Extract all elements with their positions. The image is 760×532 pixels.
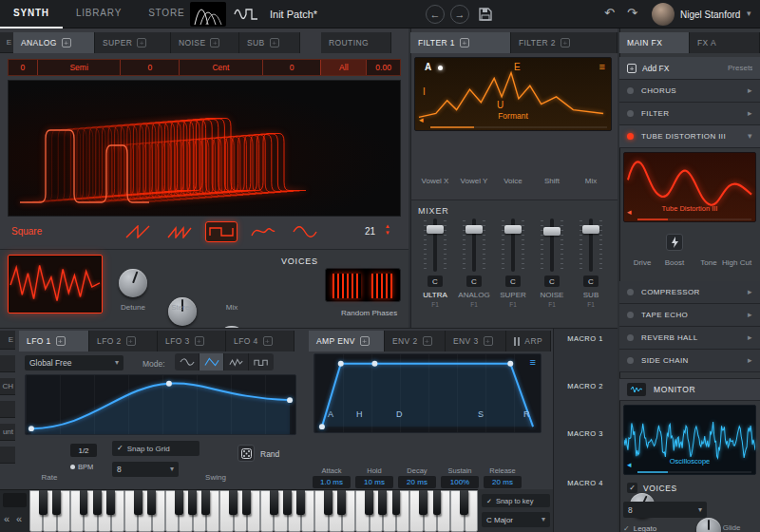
add-icon[interactable] xyxy=(56,336,66,346)
formant-xy-cursor[interactable] xyxy=(438,66,443,70)
tab-osc-super[interactable]: SUPER xyxy=(95,32,171,53)
piano-black-key[interactable] xyxy=(324,490,332,515)
wave-square-button[interactable] xyxy=(205,221,238,242)
patch-name[interactable]: Init Patch* xyxy=(270,9,317,20)
fx-item-compressor[interactable]: COMPRESSOR xyxy=(619,281,760,304)
expand-icon[interactable] xyxy=(748,311,752,319)
piano-black-key[interactable] xyxy=(39,490,48,515)
clipped-edge-tab[interactable]: unt xyxy=(0,424,15,441)
monitor-header[interactable]: MONITOR xyxy=(619,378,760,401)
scroll-left-button[interactable] xyxy=(16,514,22,524)
add-icon[interactable] xyxy=(423,336,432,346)
monitor-prev-icon[interactable] xyxy=(627,461,632,469)
wave-sine-button[interactable] xyxy=(289,221,321,242)
piano-black-key[interactable] xyxy=(229,490,238,515)
fx-item-filter[interactable]: FILTER xyxy=(619,103,760,125)
solo-button[interactable]: C xyxy=(583,276,598,287)
clipped-edge-box[interactable] xyxy=(0,355,15,372)
collapse-icon[interactable] xyxy=(748,132,752,141)
channel-fkey[interactable]: F1 xyxy=(414,301,456,308)
clipped-edge-box[interactable] xyxy=(0,401,15,418)
piano-black-key[interactable] xyxy=(419,490,428,515)
tab-lfo-3[interactable]: LFO 3 xyxy=(158,331,226,352)
fx-power-icon[interactable] xyxy=(627,334,634,341)
vowel-e-label[interactable]: E xyxy=(514,62,521,72)
tab-arp[interactable]: ARP xyxy=(506,331,551,352)
boost-button[interactable] xyxy=(666,234,683,251)
vowel-a-label[interactable]: A xyxy=(425,62,431,72)
monitor-scrollbar[interactable] xyxy=(637,471,751,473)
piano-black-key[interactable] xyxy=(378,490,387,515)
add-icon[interactable] xyxy=(263,336,273,346)
add-icon[interactable] xyxy=(126,336,136,346)
grid-division-dropdown[interactable]: 8 xyxy=(112,462,179,477)
legato-toggle[interactable]: Legato xyxy=(623,524,656,532)
attack-value[interactable]: 1.0 ms xyxy=(313,476,351,488)
clipped-edge-tab[interactable]: CH xyxy=(0,378,15,395)
tube-prev-icon[interactable] xyxy=(627,208,632,217)
expand-icon[interactable] xyxy=(748,356,752,365)
fader-handle[interactable] xyxy=(582,225,599,234)
piano-black-key[interactable] xyxy=(93,490,102,515)
fx-power-icon[interactable] xyxy=(627,87,634,94)
add-icon[interactable] xyxy=(627,64,636,73)
fx-power-icon[interactable] xyxy=(627,312,634,318)
tab-amp-env[interactable]: AMP ENV xyxy=(309,331,385,352)
clipped-edge-tab[interactable]: E xyxy=(0,331,15,350)
fx-item-reverb-hall[interactable]: REVERB HALL xyxy=(619,327,760,350)
scale-dropdown[interactable]: C Major xyxy=(482,512,550,527)
fx-power-icon[interactable] xyxy=(627,357,634,364)
wave-saw-button[interactable] xyxy=(122,221,154,242)
semi-value[interactable]: 0 xyxy=(9,60,37,75)
expand-icon[interactable] xyxy=(748,333,752,342)
next-patch-button[interactable] xyxy=(450,5,469,24)
unison-count[interactable]: 21 xyxy=(365,226,375,237)
cent-value[interactable]: 0 xyxy=(120,60,179,75)
tab-main-fx[interactable]: MAIN FX xyxy=(619,32,690,53)
add-icon[interactable] xyxy=(460,38,469,48)
tab-lfo-1[interactable]: LFO 1 xyxy=(19,331,89,352)
lfo-bpm-toggle[interactable]: BPM xyxy=(70,463,93,471)
fx-item-tube-distortion[interactable]: TUBE DISTORTION III xyxy=(619,125,760,148)
randomize-dice-button[interactable] xyxy=(238,445,255,462)
tab-filter-2[interactable]: FILTER 2 xyxy=(511,32,618,53)
stage-a-label[interactable]: A xyxy=(328,409,333,419)
add-icon[interactable] xyxy=(210,38,219,48)
fader-handle[interactable] xyxy=(543,227,560,236)
add-icon[interactable] xyxy=(560,38,570,48)
lfo-mode-random[interactable] xyxy=(224,353,249,370)
detune-knob[interactable] xyxy=(119,269,147,297)
tab-env-2[interactable]: ENV 2 xyxy=(385,331,446,352)
wavetable-thumbnail[interactable] xyxy=(8,255,103,314)
stage-h-label[interactable]: H xyxy=(356,409,363,419)
tab-store[interactable]: STORE xyxy=(135,0,198,28)
filter-prev-icon[interactable] xyxy=(419,116,424,124)
step-up-icon[interactable] xyxy=(386,222,390,229)
add-icon[interactable] xyxy=(484,336,493,346)
release-value[interactable]: 20 ms xyxy=(484,476,522,488)
tab-filter-1[interactable]: FILTER 1 xyxy=(410,32,511,53)
piano-black-key[interactable] xyxy=(433,490,442,515)
solo-button[interactable]: C xyxy=(466,276,482,287)
expand-icon[interactable] xyxy=(748,288,752,296)
tab-osc-analog[interactable]: ANALOG xyxy=(13,32,95,53)
fx-presets-button[interactable]: Presets xyxy=(728,64,752,72)
add-icon[interactable] xyxy=(270,38,279,48)
user-menu-chevron-icon[interactable] xyxy=(747,10,751,18)
octave-down-button[interactable] xyxy=(4,514,10,524)
save-patch-button[interactable] xyxy=(478,7,493,26)
fader-handle[interactable] xyxy=(504,225,522,234)
lfo-mode-triangle[interactable] xyxy=(200,353,224,370)
fader-handle[interactable] xyxy=(427,225,444,234)
fader-handle[interactable] xyxy=(466,225,483,234)
piano-black-key[interactable] xyxy=(337,490,346,515)
unison-stepper[interactable] xyxy=(386,222,390,236)
stage-r-label[interactable]: R xyxy=(523,409,530,419)
fx-power-icon[interactable] xyxy=(627,133,634,140)
solo-button[interactable]: C xyxy=(428,276,443,287)
solo-button[interactable]: C xyxy=(544,276,560,287)
fx-item-tape-echo[interactable]: TAPE ECHO xyxy=(619,304,760,327)
lfo-mode-sine[interactable] xyxy=(175,353,200,370)
redo-button[interactable] xyxy=(627,7,637,19)
stage-s-label[interactable]: S xyxy=(478,409,484,419)
